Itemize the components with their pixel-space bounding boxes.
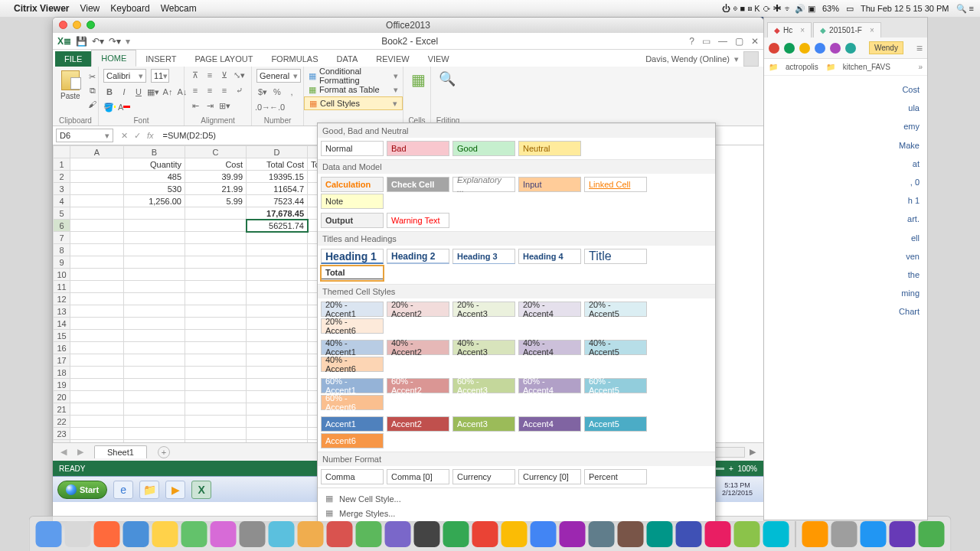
win-minimize-button[interactable]: — [718, 36, 727, 47]
ribbon-tab-data[interactable]: DATA [328, 51, 368, 67]
ribbon-tab-view[interactable]: VIEW [419, 51, 459, 67]
style-swatch[interactable]: Comma [0] [387, 469, 449, 484]
ribbon-tab-insert[interactable]: INSERT [136, 51, 185, 67]
dock-app-icon[interactable] [94, 521, 120, 547]
style-swatch[interactable]: Accent4 [518, 416, 581, 432]
mac-menu-webcam[interactable]: Webcam [161, 3, 197, 14]
dock-app-icon[interactable] [356, 521, 382, 547]
align-left-button[interactable]: ≡ [189, 84, 201, 96]
style-swatch[interactable]: Percent [584, 469, 647, 484]
style-swatch[interactable]: Accent5 [584, 416, 647, 432]
style-swatch[interactable]: Good [452, 141, 515, 156]
style-swatch[interactable]: Accent3 [452, 416, 515, 432]
style-swatch[interactable]: Bad [387, 141, 449, 156]
style-swatch[interactable]: Currency [0] [518, 469, 581, 484]
merge-styles-button[interactable]: ▦Merge Styles... [318, 506, 715, 520]
decrease-decimal-button[interactable]: ←.0 [271, 101, 283, 113]
style-swatch[interactable]: 60% - Accent5 [584, 378, 647, 393]
row-header[interactable]: 5 [54, 207, 70, 220]
dock-app-icon[interactable] [802, 521, 828, 547]
dock-app-icon[interactable] [240, 521, 266, 547]
row-header[interactable]: 24 [54, 440, 70, 443]
italic-button[interactable]: I [118, 86, 130, 98]
style-swatch[interactable]: 20% - Accent4 [518, 302, 581, 317]
bold-button[interactable]: B [103, 86, 116, 98]
wifi-icon[interactable]: ⏻ ◎ ■ ▣ K ⟳ ✱ ᯤ 🔊 ▣ [722, 4, 815, 14]
row-header[interactable]: 21 [54, 403, 70, 416]
dock-app-icon[interactable] [734, 521, 760, 547]
enter-formula-icon[interactable]: ✓ [134, 131, 141, 141]
row-header[interactable]: 15 [54, 330, 70, 342]
hamburger-icon[interactable]: ≡ [916, 42, 923, 54]
row-header[interactable]: 2 [54, 171, 70, 183]
font-color-button[interactable]: A [118, 101, 130, 113]
mac-maximize-button[interactable] [87, 21, 95, 29]
style-swatch[interactable]: Neutral [518, 141, 581, 156]
style-swatch[interactable]: Heading 2 [387, 249, 449, 264]
cell-styles-button[interactable]: ▦Cell Styles▾ [304, 96, 403, 110]
new-cell-style-button[interactable]: ▦New Cell Style... [318, 491, 715, 506]
dock-app-icon[interactable] [589, 521, 615, 547]
row-header[interactable]: 7 [54, 232, 70, 244]
ribbon-tab-pagelayout[interactable]: PAGE LAYOUT [185, 51, 262, 67]
taskbar-explorer-icon[interactable]: 📁 [139, 481, 159, 499]
style-swatch[interactable]: 20% - Accent2 [387, 302, 449, 317]
dock-app-icon[interactable] [676, 521, 702, 547]
sheet-tab[interactable]: Sheet1 [94, 445, 147, 458]
style-swatch[interactable]: 60% - Accent2 [387, 378, 449, 393]
dock-app-icon[interactable] [36, 521, 62, 547]
style-swatch[interactable]: 40% - Accent3 [452, 340, 515, 355]
file-tab[interactable]: FILE [55, 51, 91, 67]
increase-font-button[interactable]: A↑ [162, 86, 174, 98]
name-box[interactable]: D6▾ [56, 129, 113, 142]
style-swatch[interactable]: 20% - Accent6 [321, 318, 384, 334]
style-swatch[interactable]: Heading 4 [518, 249, 581, 264]
style-swatch[interactable]: Note [321, 194, 384, 209]
style-swatch[interactable]: 20% - Accent5 [584, 302, 647, 317]
style-swatch[interactable]: Accent6 [321, 433, 384, 448]
increase-indent-button[interactable]: ⇥ [204, 99, 216, 112]
cancel-formula-icon[interactable]: ✕ [121, 131, 128, 141]
wrap-text-button[interactable]: ⤶ [233, 84, 245, 96]
style-swatch[interactable]: Title [584, 249, 647, 264]
currency-button[interactable]: $▾ [256, 86, 269, 98]
dock-app-icon[interactable] [560, 521, 586, 547]
style-swatch[interactable]: Warning Text [387, 213, 449, 228]
comma-button[interactable]: , [286, 86, 298, 98]
editing-button[interactable]: 🔍 [436, 69, 459, 89]
dock-app-icon[interactable] [919, 521, 945, 547]
style-swatch[interactable]: Comma [321, 469, 384, 484]
bookmark[interactable]: actropolis [786, 63, 818, 71]
style-swatch[interactable]: Explanatory ... [452, 177, 515, 192]
spotlight-icon[interactable]: 🔍 ≡ [956, 4, 974, 14]
style-swatch[interactable]: Currency [452, 469, 515, 484]
row-header[interactable]: 14 [54, 318, 70, 330]
style-swatch[interactable]: Input [518, 177, 581, 192]
align-middle-button[interactable]: ≡ [204, 69, 216, 81]
merge-button[interactable]: ⊞▾ [218, 99, 230, 112]
mac-clock[interactable]: Thu Feb 12 5 15 30 PM [861, 4, 949, 13]
new-sheet-button[interactable]: + [158, 446, 170, 458]
dock-app-icon[interactable] [65, 521, 91, 547]
decrease-indent-button[interactable]: ⇤ [189, 99, 201, 112]
row-header[interactable]: 1 [54, 158, 70, 171]
style-swatch[interactable]: Calculation [321, 177, 384, 192]
row-header[interactable]: 19 [54, 379, 70, 391]
dock-app-icon[interactable] [501, 521, 528, 547]
style-swatch[interactable]: Linked Cell [584, 177, 647, 192]
row-header[interactable]: 22 [54, 416, 70, 428]
style-swatch[interactable]: 40% - Accent5 [584, 340, 647, 355]
style-swatch[interactable]: 40% - Accent4 [518, 340, 581, 355]
col-header[interactable]: C [185, 146, 247, 158]
style-swatch[interactable]: 40% - Accent1 [321, 340, 384, 355]
start-button[interactable]: Start [57, 481, 107, 499]
dock-app-icon[interactable] [705, 521, 731, 547]
bookmark[interactable]: kitchen_FAVS [843, 63, 890, 71]
ribbon-tab-formulas[interactable]: FORMULAS [262, 51, 327, 67]
sheet-nav-prev-icon[interactable]: ◀ [60, 447, 67, 457]
mac-menu-keyboard[interactable]: Keyboard [110, 3, 149, 14]
border-button[interactable]: ▦▾ [147, 86, 159, 98]
style-swatch[interactable]: 20% - Accent1 [321, 302, 384, 317]
row-header[interactable]: 3 [54, 183, 70, 195]
fill-color-button[interactable]: 🪣 [103, 101, 116, 113]
